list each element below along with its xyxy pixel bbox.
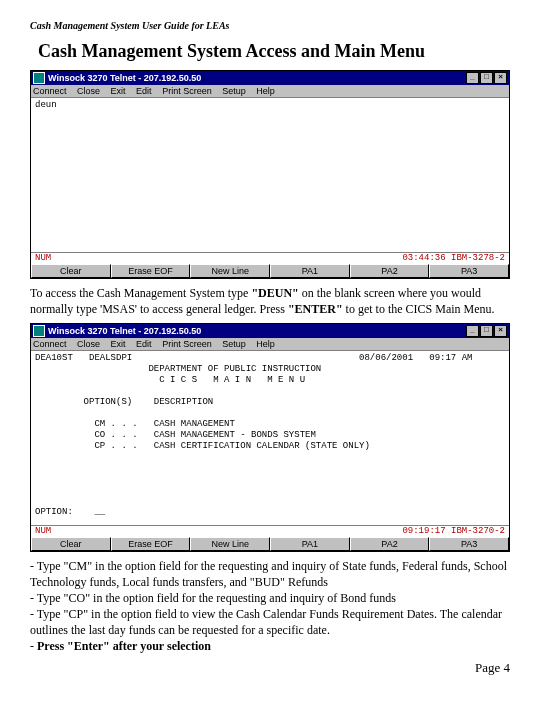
window-title: Winsock 3270 Telnet - 207.192.50.50: [48, 326, 201, 336]
fn-pa1[interactable]: PA1: [270, 537, 350, 551]
titlebar: Winsock 3270 Telnet - 207.192.50.50 _ □ …: [31, 324, 509, 338]
menubar: Connect Close Exit Edit Print Screen Set…: [31, 85, 509, 98]
status-bar: NUM 09:19:17 IBM-3270-2: [31, 525, 509, 536]
fn-pa3[interactable]: PA3: [429, 537, 509, 551]
status-right: 09:19:17 IBM-3270-2: [402, 526, 505, 536]
status-left: NUM: [35, 253, 51, 263]
bullet-cm: - Type "CM" in the option field for the …: [30, 558, 510, 590]
bullet-enter: - Press "Enter" after your selection: [30, 638, 510, 654]
menu-connect[interactable]: Connect: [33, 339, 67, 349]
menu-setup[interactable]: Setup: [222, 86, 246, 96]
page-number: Page 4: [30, 660, 510, 676]
terminal-window-2: Winsock 3270 Telnet - 207.192.50.50 _ □ …: [30, 323, 510, 552]
fn-clear[interactable]: Clear: [31, 264, 111, 278]
maximize-button[interactable]: □: [480, 72, 493, 84]
menu-setup[interactable]: Setup: [222, 339, 246, 349]
menu-print[interactable]: Print Screen: [162, 339, 212, 349]
terminal-window-1: Winsock 3270 Telnet - 207.192.50.50 _ □ …: [30, 70, 510, 279]
menu-edit[interactable]: Edit: [136, 339, 152, 349]
instruction-para-1: To access the Cash Management System typ…: [30, 285, 510, 317]
fn-pa3[interactable]: PA3: [429, 264, 509, 278]
titlebar: Winsock 3270 Telnet - 207.192.50.50 _ □ …: [31, 71, 509, 85]
close-button[interactable]: ×: [494, 325, 507, 337]
close-button[interactable]: ×: [494, 72, 507, 84]
menu-help[interactable]: Help: [256, 86, 275, 96]
fn-pa2[interactable]: PA2: [350, 537, 430, 551]
fn-clear[interactable]: Clear: [31, 537, 111, 551]
running-header: Cash Management System User Guide for LE…: [30, 20, 510, 31]
section-heading: Cash Management System Access and Main M…: [38, 41, 510, 62]
function-row: Clear Erase EOF New Line PA1 PA2 PA3: [31, 263, 509, 278]
fn-newline[interactable]: New Line: [190, 537, 270, 551]
terminal-body[interactable]: deun: [31, 98, 509, 252]
menu-edit[interactable]: Edit: [136, 86, 152, 96]
status-bar: NUM 03:44:36 IBM-3278-2: [31, 252, 509, 263]
bullet-cp: - Type "CP" in the option field to view …: [30, 606, 510, 638]
fn-pa2[interactable]: PA2: [350, 264, 430, 278]
window-title: Winsock 3270 Telnet - 207.192.50.50: [48, 73, 201, 83]
menu-connect[interactable]: Connect: [33, 86, 67, 96]
status-left: NUM: [35, 526, 51, 536]
menu-exit[interactable]: Exit: [111, 339, 126, 349]
app-icon: [33, 325, 45, 337]
function-row: Clear Erase EOF New Line PA1 PA2 PA3: [31, 536, 509, 551]
fn-eraseeof[interactable]: Erase EOF: [111, 537, 191, 551]
instruction-bullets: - Type "CM" in the option field for the …: [30, 558, 510, 654]
menu-print[interactable]: Print Screen: [162, 86, 212, 96]
terminal-body[interactable]: DEA10ST DEALSDPI 08/06/2001 09:17 AM DEP…: [31, 351, 509, 525]
maximize-button[interactable]: □: [480, 325, 493, 337]
minimize-button[interactable]: _: [466, 72, 479, 84]
app-icon: [33, 72, 45, 84]
fn-pa1[interactable]: PA1: [270, 264, 350, 278]
bullet-co: - Type "CO" in the option field for the …: [30, 590, 510, 606]
menu-close[interactable]: Close: [77, 339, 100, 349]
fn-eraseeof[interactable]: Erase EOF: [111, 264, 191, 278]
menubar: Connect Close Exit Edit Print Screen Set…: [31, 338, 509, 351]
menu-exit[interactable]: Exit: [111, 86, 126, 96]
menu-help[interactable]: Help: [256, 339, 275, 349]
menu-close[interactable]: Close: [77, 86, 100, 96]
minimize-button[interactable]: _: [466, 325, 479, 337]
status-right: 03:44:36 IBM-3278-2: [402, 253, 505, 263]
fn-newline[interactable]: New Line: [190, 264, 270, 278]
